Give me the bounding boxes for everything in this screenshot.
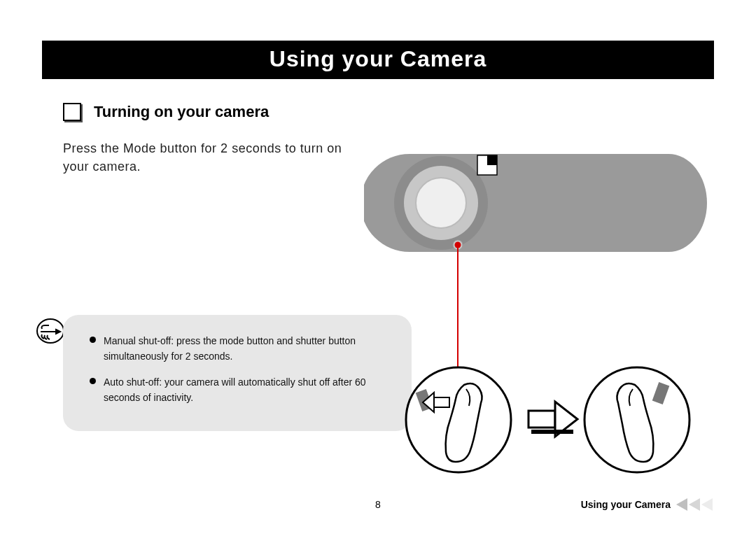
svg-marker-19 <box>676 498 687 511</box>
square-bullet-icon <box>63 103 81 121</box>
svg-rect-5 <box>487 155 497 165</box>
red-arrow-icon <box>453 242 463 379</box>
page-footer: 8 Using your Camera <box>42 498 714 511</box>
large-right-arrow-icon <box>528 402 578 437</box>
svg-marker-21 <box>701 498 713 511</box>
section-body-text: Press the Mode button for 2 seconds to t… <box>63 139 357 176</box>
page-number: 8 <box>252 499 504 510</box>
svg-point-3 <box>416 178 466 228</box>
note-text: Auto shut-off: your camera will automati… <box>104 376 366 403</box>
note-box: Manual shut-off: press the mode button a… <box>63 315 412 431</box>
press-gesture-left-icon <box>406 367 511 472</box>
note-text: Manual shut-off: press the mode button a… <box>104 335 356 362</box>
press-gesture-right-icon <box>584 367 690 472</box>
bullet-dot-icon <box>90 378 96 384</box>
section-heading: Turning on your camera <box>94 103 269 121</box>
svg-point-7 <box>455 242 461 248</box>
bullet-dot-icon <box>90 337 96 343</box>
triple-chevron-icon <box>675 498 714 511</box>
svg-rect-14 <box>528 411 555 428</box>
svg-rect-16 <box>531 430 573 434</box>
svg-marker-20 <box>689 498 700 511</box>
camera-illustration <box>364 140 714 476</box>
note-item: Manual shut-off: press the mode button a… <box>104 333 398 365</box>
camera-body-icon <box>364 154 707 252</box>
svg-rect-12 <box>434 397 449 407</box>
note-item: Auto shut-off: your camera will automati… <box>104 374 398 406</box>
page-title-bar: Using your Camera <box>42 41 714 79</box>
footer-section-label: Using your Camera <box>581 499 671 510</box>
